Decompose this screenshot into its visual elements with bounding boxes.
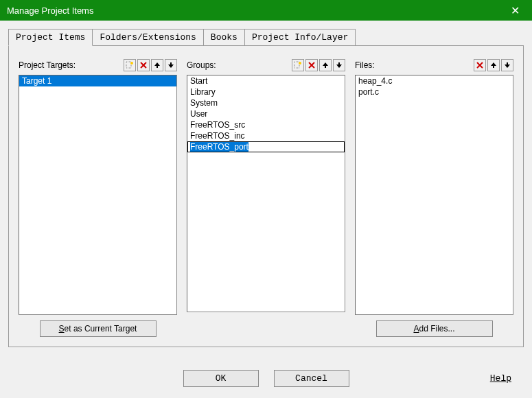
list-item[interactable]: FreeRTOS_inc [187,130,345,141]
column-groups: Groups: Start Library System User FreeRT… [187,58,345,337]
delete-icon[interactable] [305,59,318,71]
list-item[interactable]: heap_4.c [356,75,513,86]
list-item[interactable]: Target 1 [19,75,176,86]
up-arrow-icon[interactable] [319,59,332,71]
up-arrow-icon[interactable] [151,59,163,71]
tab-folders-extensions[interactable]: Folders/Extensions [92,29,203,45]
delete-icon[interactable] [137,59,150,71]
svg-point-1 [130,62,133,65]
files-label: Files: [355,60,375,70]
targets-header: Project Targets: [19,58,177,72]
tab-content: Project Targets: Target 1 Set as Current… [8,45,524,347]
files-toolbar [474,59,513,71]
list-item[interactable]: System [187,97,345,108]
svg-rect-4 [294,62,299,68]
new-icon[interactable] [124,59,136,71]
targets-footer: Set as Current Target [19,320,177,337]
down-arrow-icon[interactable] [165,59,177,71]
column-files: Files: heap_4.c port.c Add Files... [355,58,513,337]
down-arrow-icon[interactable] [501,59,513,71]
groups-footer [187,318,345,337]
ok-button[interactable]: OK [183,370,259,387]
list-item[interactable]: Library [187,86,345,97]
list-item[interactable]: Start [187,75,345,86]
tab-project-info-layer[interactable]: Project Info/Layer [244,29,356,45]
list-item[interactable]: port.c [356,86,513,97]
up-arrow-icon[interactable] [487,59,500,71]
window-title: Manage Project Items [7,5,93,16]
titlebar: Manage Project Items ✕ [0,0,532,21]
targets-listbox[interactable]: Target 1 [19,75,177,315]
groups-label: Groups: [187,60,216,70]
files-footer: Add Files... [355,320,513,337]
cancel-button[interactable]: Cancel [274,370,349,387]
help-link[interactable]: Help [490,373,511,384]
list-item[interactable]: User [187,108,345,119]
targets-toolbar [124,59,177,71]
add-files-button[interactable]: Add Files... [376,320,493,337]
delete-icon[interactable] [474,59,486,71]
svg-rect-0 [126,62,131,68]
set-current-target-button[interactable]: Set as Current Target [40,320,157,337]
list-item[interactable]: FreeRTOS_src [187,119,345,130]
tab-project-items[interactable]: Project Items [8,29,93,46]
list-item-editing[interactable]: FreeRTOS_port [187,141,345,152]
files-listbox[interactable]: heap_4.c port.c [355,75,513,315]
files-header: Files: [355,58,513,72]
down-arrow-icon[interactable] [333,59,345,71]
bottom-button-bar: OK Cancel Help [0,370,532,387]
close-icon[interactable]: ✕ [505,4,525,17]
columns-container: Project Targets: Target 1 Set as Current… [19,58,513,337]
dialog-body: Project Items Folders/Extensions Books P… [0,21,532,398]
groups-toolbar [292,59,345,71]
tab-books[interactable]: Books [203,29,245,45]
groups-listbox[interactable]: Start Library System User FreeRTOS_src F… [187,75,345,312]
new-icon[interactable] [292,59,304,71]
tab-bar: Project Items Folders/Extensions Books P… [8,29,524,45]
svg-point-5 [299,62,301,65]
targets-label: Project Targets: [19,60,76,70]
column-targets: Project Targets: Target 1 Set as Current… [19,58,177,337]
groups-header: Groups: [187,58,345,72]
